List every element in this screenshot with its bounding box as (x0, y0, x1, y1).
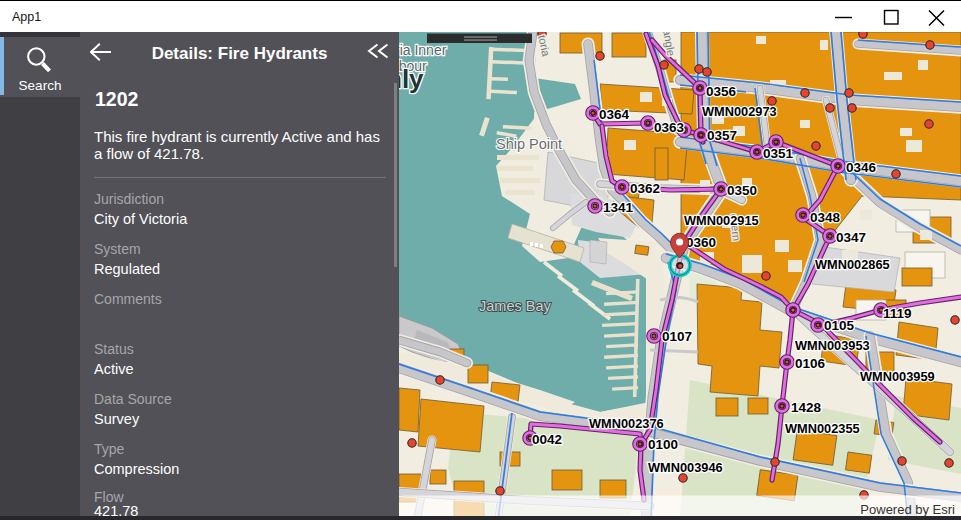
svg-text:WMN002355: WMN002355 (785, 421, 860, 436)
svg-text:0351: 0351 (763, 146, 794, 161)
svg-text:ria Inner: ria Inner (399, 42, 447, 58)
svg-text:0106: 0106 (795, 356, 826, 371)
svg-text:nly: nly (399, 64, 424, 94)
svg-text:0346: 0346 (846, 160, 877, 175)
svg-text:0350: 0350 (727, 183, 757, 198)
svg-text:1428: 1428 (791, 400, 822, 415)
svg-text:0363: 0363 (654, 120, 685, 135)
svg-text:0107: 0107 (662, 329, 692, 344)
svg-text:WMN002915: WMN002915 (684, 213, 759, 228)
svg-text:WMN003959: WMN003959 (860, 369, 935, 384)
svg-text:WMN003946: WMN003946 (648, 460, 723, 475)
svg-text:0347: 0347 (836, 230, 866, 245)
svg-text:WMN003953: WMN003953 (795, 338, 870, 353)
svg-text:WMN002865: WMN002865 (815, 257, 890, 272)
svg-text:0360: 0360 (686, 235, 716, 250)
svg-text:1119: 1119 (883, 306, 912, 321)
svg-text:0362: 0362 (630, 181, 660, 196)
svg-text:WMN002973: WMN002973 (702, 104, 777, 119)
svg-text:0364: 0364 (599, 107, 630, 122)
svg-text:1341: 1341 (603, 200, 634, 215)
svg-text:0356: 0356 (706, 84, 737, 99)
svg-text:0105: 0105 (824, 318, 855, 333)
svg-text:0100: 0100 (648, 437, 678, 452)
svg-text:0042: 0042 (532, 432, 562, 447)
svg-text:0348: 0348 (810, 210, 841, 225)
svg-text:Ship Point: Ship Point (496, 136, 562, 152)
svg-text:James Bay: James Bay (479, 298, 551, 314)
svg-text:0357: 0357 (707, 128, 737, 143)
svg-text:Powered by Esri: Powered by Esri (860, 502, 955, 517)
svg-text:WMN002376: WMN002376 (589, 416, 664, 431)
